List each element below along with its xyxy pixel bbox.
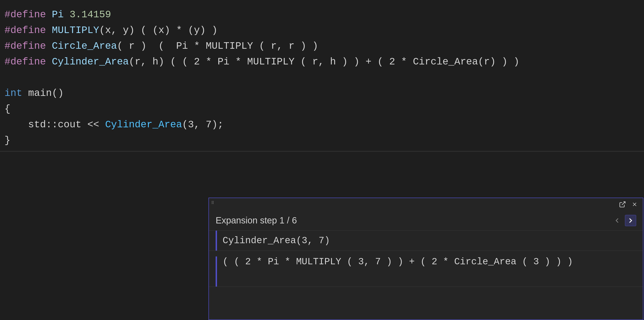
code-line-7: { — [0, 101, 644, 117]
define-keyword-2: #define — [4, 23, 52, 38]
cylinder-area-call: Cylinder_Area — [105, 117, 182, 132]
open-brace: { — [4, 101, 10, 117]
code-line-3: #define Circle_Area( r ) ( Pi * MULTIPLY… — [0, 38, 644, 54]
back-nav-button[interactable] — [612, 215, 623, 226]
panel-header: Expansion step 1 / 6 — [209, 210, 643, 231]
original-expression-row: Cylinder_Area(3, 7) — [209, 231, 643, 251]
cout-prefix: std::cout << — [4, 117, 105, 132]
panel-content-area: Cylinder_Area(3, 7) ( ( 2 * Pi * MULTIPL… — [209, 231, 643, 319]
expanded-expression-row: ( ( 2 * Pi * MULTIPLY ( 3, 7 ) ) + ( 2 *… — [209, 251, 643, 287]
expansion-step-label: Expansion step 1 / 6 — [216, 215, 612, 225]
forward-icon — [626, 217, 634, 225]
define-name-cylinder-area: Cylinder_Area — [52, 54, 129, 70]
define-name-pi: Pi — [52, 7, 64, 23]
multiply-args: (x, y) ( (x) * (y) ) — [99, 23, 218, 38]
external-link-icon — [619, 201, 626, 208]
pi-value: 3.14159 — [64, 7, 111, 23]
forward-nav-button[interactable] — [625, 215, 636, 226]
int-keyword: int — [4, 85, 22, 101]
original-expression-text: Cylinder_Area(3, 7) — [222, 235, 330, 246]
call-args: (3, 7); — [182, 117, 224, 132]
define-keyword-1: #define — [4, 7, 52, 23]
cylinder-area-args: (r, h) ( ( 2 * Pi * MULTIPLY ( r, h ) ) … — [129, 54, 520, 70]
code-line-1: #define Pi 3.14159 — [0, 7, 644, 23]
code-line-9: } — [0, 132, 644, 148]
code-line-6: int main() — [0, 85, 644, 101]
svg-line-0 — [622, 202, 625, 205]
code-line-2: #define MULTIPLY(x, y) ( (x) * (y) ) — [0, 23, 644, 38]
define-keyword-3: #define — [4, 38, 52, 54]
circle-area-args: ( r ) ( Pi * MULTIPLY ( r, r ) ) — [117, 38, 318, 54]
drag-handle[interactable]: ⠿ — [211, 200, 214, 205]
code-line-4: #define Cylinder_Area(r, h) ( ( 2 * Pi *… — [0, 54, 644, 70]
define-keyword-4: #define — [4, 54, 52, 70]
external-link-button[interactable] — [618, 199, 628, 209]
close-brace: } — [4, 132, 10, 148]
close-icon — [632, 201, 638, 208]
code-line-8: std::cout << Cylinder_Area(3, 7); — [0, 117, 644, 132]
close-panel-button[interactable] — [630, 199, 640, 209]
expanded-expression-text: ( ( 2 * Pi * MULTIPLY ( 3, 7 ) ) + ( 2 *… — [222, 256, 573, 267]
define-name-circle-area: Circle_Area — [52, 38, 117, 54]
expansion-panel: ⠿ Expansion step 1 / 6 — [208, 198, 643, 320]
panel-top-bar — [618, 198, 643, 210]
row-accent-bar-1 — [216, 231, 217, 251]
main-func: main() — [22, 85, 64, 101]
code-line-5 — [0, 70, 644, 85]
row-accent-bar-2 — [216, 256, 217, 286]
code-editor: #define Pi 3.14159 #define MULTIPLY(x, y… — [0, 0, 644, 153]
panel-nav-buttons — [612, 215, 636, 226]
define-name-multiply: MULTIPLY — [52, 23, 99, 38]
back-icon — [613, 217, 621, 225]
